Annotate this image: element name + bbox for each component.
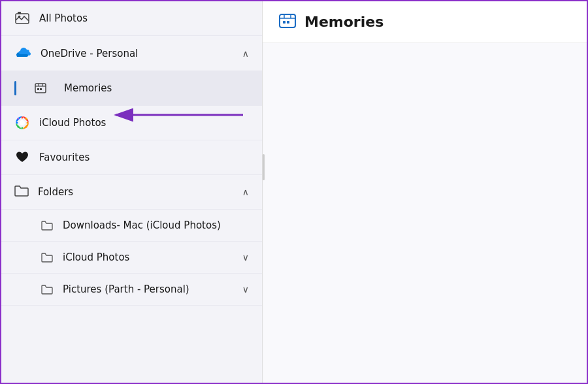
svg-rect-6 <box>40 88 42 90</box>
sidebar-item-icloud-folder[interactable]: iCloud Photos ∨ <box>1 242 262 274</box>
svg-point-13 <box>25 118 27 120</box>
sidebar-item-all-photos[interactable]: All Photos <box>1 1 262 36</box>
memories-icon <box>33 80 48 96</box>
onedrive-icon <box>14 45 31 61</box>
sidebar-item-icloud-photos[interactable]: iCloud Photos <box>1 106 262 140</box>
svg-rect-3 <box>18 12 21 14</box>
sidebar-item-memories[interactable]: Memories <box>1 71 262 106</box>
svg-point-8 <box>20 120 25 125</box>
sidebar-item-favourites[interactable]: Favourites <box>1 140 262 175</box>
onedrive-label: OneDrive - Personal <box>41 48 138 59</box>
svg-point-2 <box>18 16 21 18</box>
svg-point-9 <box>22 117 24 119</box>
icloud-photos-label: iCloud Photos <box>39 117 249 129</box>
icloud-icon <box>14 115 30 131</box>
pictures-chevron-icon: ∨ <box>242 284 249 295</box>
scroll-divider <box>263 154 265 180</box>
svg-rect-21 <box>287 21 289 24</box>
pictures-label: Pictures (Parth - Personal) <box>63 283 233 295</box>
pictures-folder-icon <box>41 283 54 296</box>
main-title: Memories <box>304 14 384 30</box>
svg-point-10 <box>27 122 29 124</box>
icloud-folder-label: iCloud Photos <box>63 251 233 263</box>
icloud-folder-chevron-icon: ∨ <box>242 252 249 263</box>
svg-rect-5 <box>37 88 39 90</box>
main-content: Memories <box>263 1 587 383</box>
svg-point-14 <box>25 126 27 128</box>
svg-rect-20 <box>283 21 286 24</box>
folders-icon <box>14 184 29 200</box>
sidebar: All Photos OneDrive - Personal ∧ Memorie… <box>1 1 263 383</box>
main-body <box>263 43 587 383</box>
sidebar-item-pictures[interactable]: Pictures (Parth - Personal) ∨ <box>1 274 262 306</box>
folders-chevron-icon: ∧ <box>242 187 249 197</box>
sidebar-item-folders[interactable]: Folders ∧ <box>1 175 262 210</box>
all-photos-icon <box>14 10 30 26</box>
favourites-icon <box>14 150 30 165</box>
all-photos-label: All Photos <box>39 12 249 24</box>
sidebar-item-downloads[interactable]: Downloads- Mac (iCloud Photos) <box>1 210 262 242</box>
downloads-folder-icon <box>41 219 54 232</box>
memories-label: Memories <box>64 82 249 94</box>
svg-point-16 <box>18 118 20 120</box>
downloads-label: Downloads- Mac (iCloud Photos) <box>63 219 249 231</box>
main-memories-icon <box>278 12 297 32</box>
svg-point-11 <box>22 127 24 129</box>
favourites-label: Favourites <box>39 152 249 163</box>
folders-label: Folders <box>38 186 73 198</box>
icloud-folder-icon <box>41 251 54 264</box>
onedrive-chevron-icon: ∧ <box>242 48 249 59</box>
svg-point-12 <box>16 122 18 124</box>
sidebar-item-onedrive[interactable]: OneDrive - Personal ∧ <box>1 36 262 71</box>
main-header: Memories <box>263 1 587 43</box>
svg-point-15 <box>18 126 20 128</box>
